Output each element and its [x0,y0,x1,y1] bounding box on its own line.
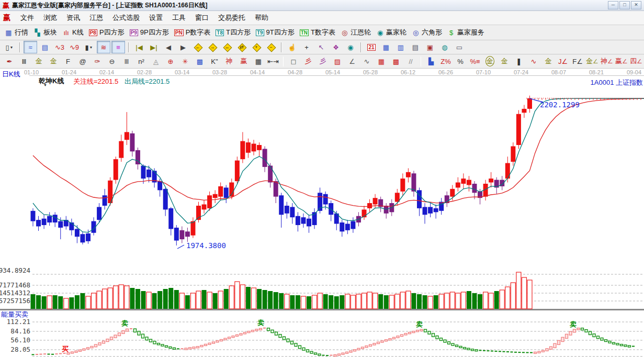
n-square-tool-button[interactable]: n² [134,55,148,68]
calculator-button[interactable]: ▦ [379,41,393,53]
k-quote-tool-button[interactable]: K" [208,55,221,68]
p-square-button[interactable]: P8P四方形 [86,27,127,38]
menu-item-gann[interactable]: 江恩 [85,11,108,25]
menu-item-window[interactable]: 窗口 [190,11,213,25]
expand-diamond-button[interactable]: ↔ [220,41,234,53]
winner-service-button[interactable]: $赢家服务 [445,27,487,38]
close-button[interactable]: ✕ [631,1,641,9]
target-crosshair-tool-button[interactable]: ⊕ [164,55,177,68]
save-button[interactable]: ▣ [423,41,437,53]
knife-tool-2-button[interactable]: ✑ [91,55,104,68]
angle-pen-tool-button[interactable]: ∠ [345,55,359,68]
wave-9-button[interactable]: ∿9 [67,41,81,53]
gann-wheel-button[interactable]: ◎江恩轮 [338,27,374,38]
dense-grid-tool-button[interactable]: ▦ [375,55,388,68]
export-web-button[interactable]: ◍ [438,41,451,53]
shift-left-diamond-button[interactable]: ← [191,41,205,53]
width-arrows-tool-button[interactable]: ⇤⇥ [266,55,280,68]
histogram-steps-tool-button[interactable]: ▙ [424,55,438,68]
hexagon-button[interactable]: ◎六角形 [409,27,445,38]
data-table-button[interactable]: ▥ [394,41,408,53]
first-bar-button[interactable]: |◀ [132,41,146,53]
percent-lines-tool-button[interactable]: %≡ [468,55,482,68]
next-bar-button[interactable]: ▶ [176,41,190,53]
candle-type-dropdown-button[interactable]: ▮▼ [82,41,96,53]
print-button[interactable]: ▭ [453,41,466,53]
calendar-button[interactable]: 21 [365,41,378,53]
spiderweb-tool-button[interactable]: ✳ [178,55,192,68]
menu-item-trade-order[interactable]: 交易委托 [213,11,250,25]
ying-comb-tool-button[interactable]: 赢 [237,55,251,68]
selection-box-tool-button[interactable]: ◻ [287,55,300,68]
menu-item-help[interactable]: 帮助 [250,11,273,25]
quotes-button[interactable]: ▦行情 [2,27,31,38]
slashes-tool-button[interactable]: // [404,55,417,68]
mirror-angle-tool-button[interactable]: ◬ [149,55,163,68]
wave-a-tool-button[interactable]: ∿ [527,55,540,68]
winner-wheel-button[interactable]: ◉赢家轮 [374,27,409,38]
sectors-button[interactable]: ▚板块 [31,27,60,38]
grid-diag-tool-button[interactable]: ▨ [331,55,344,68]
gold-lines2-tool-button[interactable]: 金 [541,55,555,68]
zoom-in-diamond-button[interactable]: + [250,41,263,53]
menu-item-tools[interactable]: 工具 [167,11,190,25]
band-overlay-toggle-button[interactable]: ≋ [97,41,110,53]
kline-style-dropdown-button[interactable]: ▯▼ [3,41,16,53]
chart-canvas[interactable]: 1934.892417177146811451431257257156112.2… [0,69,644,357]
last-bar-button[interactable]: ▶| [147,41,161,53]
menu-item-browse[interactable]: 浏览 [39,11,62,25]
si-angle-tool-button[interactable]: 四∠ [629,55,643,68]
zoom-out-diamond-button[interactable]: − [264,41,278,53]
gold-lines-tool-button[interactable]: 金 [498,55,511,68]
f-comb-tool-button[interactable]: F [61,55,75,68]
ying-angle-tool-button[interactable]: 赢∠ [615,55,628,68]
shift-right-diamond-button[interactable]: → [206,41,219,53]
j-angle-tool-button[interactable]: J∠ [556,55,570,68]
gold-circle-tool-button[interactable]: 金 [483,55,496,68]
candle-brush-tool-button[interactable]: ❚ [512,55,526,68]
info-panel-button[interactable]: ▤ [38,41,52,53]
ray-fan-tool-button[interactable]: 彡 [301,55,315,68]
fan-grid-tool-button[interactable]: 彡 [316,55,330,68]
shen-angle-tool-button[interactable]: 神∠ [600,55,614,68]
gold-comb-a-button[interactable]: 金 [32,55,46,68]
ribbon-tool-button[interactable]: ❖ [329,41,343,53]
f-angle-tool-button[interactable]: F∠ [571,55,584,68]
memo-button[interactable]: ▤ [409,41,422,53]
dense-grid-diag-tool-button[interactable]: ▩ [389,55,403,68]
volume-profile-toggle-button[interactable]: ≡ [111,41,125,53]
hand-tool-button[interactable]: ☝ [285,41,299,53]
wave-3-button[interactable]: ∿3 [53,41,66,53]
brain-tool-button[interactable]: ◉ [344,41,357,53]
protractor-tool-button[interactable]: ⊖ [105,55,119,68]
t-number-table-button[interactable]: TNT数字表 [297,27,338,38]
t9-square-button[interactable]: T99T四方形 [253,27,297,38]
gold-angle-tool-button[interactable]: 金∠ [585,55,599,68]
p-number-table-button[interactable]: PNP数字表 [172,27,213,38]
spiral-tool-button[interactable]: @ [76,55,89,68]
percent-tool-button[interactable]: % [454,55,467,68]
web-grid-tool-button[interactable]: ▩ [193,55,207,68]
prev-bar-button[interactable]: ◀ [162,41,175,53]
gold-comb-b-button[interactable]: 金 [47,55,60,68]
menu-item-news[interactable]: 资讯 [62,11,85,25]
comb-plain-tool-button[interactable]: Ⅲ [120,55,133,68]
main-wave-toggle-button[interactable]: ≈ [24,41,37,53]
wave-check-tool-button[interactable]: ∿ [360,55,374,68]
swap-diamond-button[interactable]: ⇄ [235,41,248,53]
crosshair-tool-button[interactable]: + [300,41,313,53]
grid-123-tool-button[interactable]: ▦ [252,55,265,68]
comb-tool-button[interactable]: Ⅲ [17,55,31,68]
p9-square-button[interactable]: P99P四方形 [127,27,172,38]
shen-comb-tool-button[interactable]: 神 [222,55,236,68]
knife-tool-button[interactable]: ✒ [3,55,16,68]
menu-item-file[interactable]: 文件 [16,11,39,25]
menu-item-settings[interactable]: 设置 [144,11,167,25]
kline-button[interactable]: ılıK线 [60,27,86,38]
minimize-button[interactable]: ─ [608,1,618,9]
percent-slash-tool-button[interactable]: Z% [439,55,453,68]
maximize-button[interactable]: □ [619,1,630,9]
pointer-note-tool-button[interactable]: ↖ [314,41,328,53]
t-square-button[interactable]: T8T四方形 [213,27,253,38]
menu-item-formula-stock-picker[interactable]: 公式选股 [108,11,144,25]
